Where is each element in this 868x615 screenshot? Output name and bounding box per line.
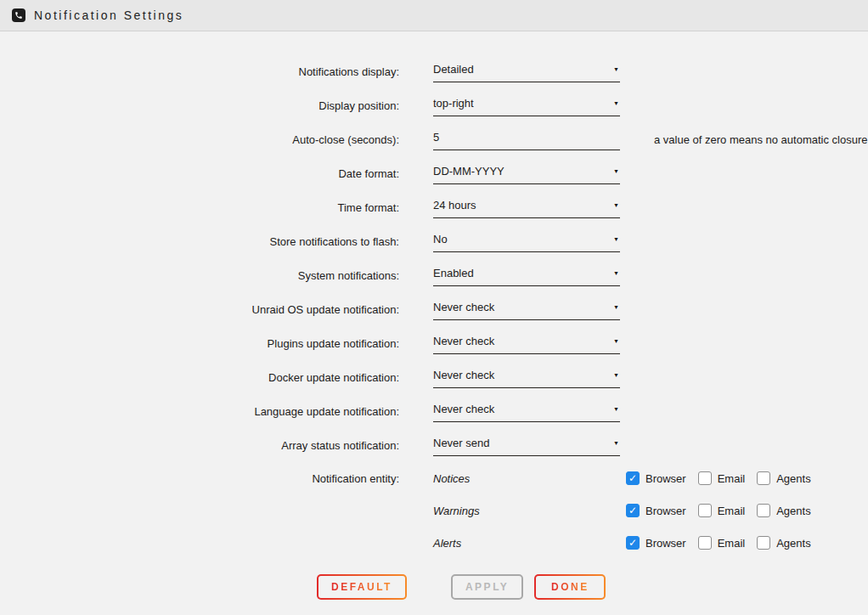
- default-button[interactable]: DEFAULT: [317, 574, 407, 600]
- check-group-warnings-agents[interactable]: Agents: [757, 504, 810, 517]
- check-label-email: Email: [718, 537, 746, 550]
- entity-name-warnings: Warnings: [433, 505, 626, 517]
- store-notifications-to-flash-select[interactable]: No▼: [433, 230, 620, 252]
- checkbox-warnings-browser[interactable]: ✓: [626, 504, 640, 517]
- done-button-label: DONE: [551, 581, 589, 593]
- checkbox-warnings-agents[interactable]: [757, 504, 770, 517]
- form-row-time-format: Time format:24 hours▼: [0, 190, 868, 224]
- check-group-alerts-browser[interactable]: ✓Browser: [626, 536, 686, 550]
- date-format-select[interactable]: DD-MM-YYYY▼: [433, 162, 620, 184]
- checkmark-icon: ✓: [628, 505, 637, 516]
- check-group-alerts-agents[interactable]: Agents: [757, 536, 810, 550]
- language-update-notification-label: Language update notification:: [0, 405, 399, 418]
- apply-button[interactable]: APPLY: [451, 574, 523, 600]
- chevron-down-icon: ▼: [613, 372, 619, 378]
- checkbox-alerts-agents[interactable]: [757, 536, 770, 550]
- entity-content-notices: Notices✓BrowserEmailAgents: [433, 471, 868, 485]
- form-rows: Notifications display:Detailed▼Display p…: [0, 54, 868, 462]
- notifications-display-label: Notifications display:: [0, 65, 399, 78]
- buttons-row: DEFAULTAPPLYDONE: [317, 574, 868, 600]
- apply-button-label: APPLY: [465, 581, 509, 593]
- unraid-os-update-notification-label: Unraid OS update notification:: [0, 303, 399, 316]
- chevron-down-icon: ▼: [613, 270, 619, 276]
- system-notifications-value: Enabled: [433, 267, 608, 279]
- checkbox-notices-email[interactable]: [698, 471, 712, 485]
- page-header: Notification Settings: [0, 0, 868, 31]
- form-row-docker-update-notification: Docker update notification:Never check▼: [0, 360, 868, 394]
- notifications-display-value: Detailed: [433, 63, 608, 76]
- check-group-notices-browser[interactable]: ✓Browser: [626, 471, 686, 485]
- checkbox-alerts-browser[interactable]: ✓: [626, 536, 640, 550]
- auto-close-seconds-control: [433, 128, 620, 150]
- entity-name-notices: Notices: [433, 472, 626, 485]
- display-position-value: top-right: [433, 97, 608, 110]
- system-notifications-select[interactable]: Enabled▼: [433, 264, 620, 286]
- check-group-notices-email[interactable]: Email: [698, 471, 746, 485]
- notifications-display-select[interactable]: Detailed▼: [433, 60, 620, 82]
- auto-close-seconds-hint: a value of zero means no automatic closu…: [654, 133, 868, 146]
- form-row-date-format: Date format:DD-MM-YYYY▼: [0, 156, 868, 190]
- checkbox-warnings-email[interactable]: [698, 504, 712, 517]
- check-group-alerts-email[interactable]: Email: [698, 536, 746, 550]
- page-title: Notification Settings: [34, 8, 183, 22]
- default-button-label: DEFAULT: [331, 581, 392, 593]
- chevron-down-icon: ▼: [613, 66, 619, 72]
- chevron-down-icon: ▼: [613, 236, 619, 242]
- checkbox-notices-browser[interactable]: ✓: [626, 471, 640, 485]
- language-update-notification-select[interactable]: Never check▼: [433, 400, 620, 422]
- auto-close-seconds-label: Auto-close (seconds):: [0, 133, 399, 146]
- unraid-os-update-notification-select[interactable]: Never check▼: [433, 298, 620, 320]
- entity-content-alerts: Alerts✓BrowserEmailAgents: [433, 536, 868, 550]
- chevron-down-icon: ▼: [613, 168, 619, 174]
- form-row-plugins-update-notification: Plugins update notification:Never check▼: [0, 326, 868, 360]
- plugins-update-notification-select[interactable]: Never check▼: [433, 332, 620, 354]
- check-label-agents: Agents: [776, 472, 810, 485]
- check-label-email: Email: [718, 505, 746, 517]
- unraid-os-update-notification-value: Never check: [433, 301, 608, 313]
- date-format-label: Date format:: [0, 167, 399, 180]
- form-row-language-update-notification: Language update notification:Never check…: [0, 394, 868, 428]
- chevron-down-icon: ▼: [613, 338, 619, 344]
- plugins-update-notification-value: Never check: [433, 335, 608, 347]
- checkbox-alerts-email[interactable]: [698, 536, 712, 550]
- check-group-warnings-email[interactable]: Email: [698, 504, 746, 517]
- array-status-notification-select[interactable]: Never send▼: [433, 434, 620, 456]
- entity-row-warnings: Warnings✓BrowserEmailAgents: [0, 494, 868, 527]
- check-group-warnings-browser[interactable]: ✓Browser: [626, 504, 686, 517]
- system-notifications-label: System notifications:: [0, 269, 399, 282]
- store-notifications-to-flash-value: No: [433, 233, 608, 245]
- check-label-agents: Agents: [776, 537, 810, 550]
- check-label-browser: Browser: [645, 472, 686, 485]
- form-row-array-status-notification: Array status notification:Never send▼: [0, 428, 868, 462]
- docker-update-notification-select[interactable]: Never check▼: [433, 366, 620, 388]
- store-notifications-to-flash-label: Store notifications to flash:: [0, 235, 399, 248]
- checkmark-icon: ✓: [628, 473, 637, 483]
- docker-update-notification-label: Docker update notification:: [0, 371, 399, 384]
- chevron-down-icon: ▼: [613, 202, 619, 208]
- time-format-select[interactable]: 24 hours▼: [433, 196, 620, 218]
- date-format-value: DD-MM-YYYY: [433, 165, 608, 178]
- checkmark-icon: ✓: [628, 538, 637, 548]
- notification-entity-label: Notification entity:: [0, 472, 399, 485]
- checkbox-notices-agents[interactable]: [757, 471, 770, 485]
- form-row-system-notifications: System notifications:Enabled▼: [0, 258, 868, 292]
- display-position-label: Display position:: [0, 99, 399, 112]
- entity-row-alerts: Alerts✓BrowserEmailAgents: [0, 527, 868, 559]
- entity-section: Notification entity:Notices✓BrowserEmail…: [0, 462, 868, 559]
- display-position-select[interactable]: top-right▼: [433, 94, 620, 116]
- language-update-notification-value: Never check: [433, 403, 608, 415]
- entity-row-notices: Notification entity:Notices✓BrowserEmail…: [0, 462, 868, 494]
- check-label-email: Email: [718, 472, 746, 485]
- check-group-notices-agents[interactable]: Agents: [757, 471, 810, 485]
- auto-close-seconds-input[interactable]: [433, 128, 620, 150]
- done-button[interactable]: DONE: [534, 574, 606, 600]
- chevron-down-icon: ▼: [613, 100, 619, 106]
- phone-icon: [12, 8, 25, 22]
- entity-content-warnings: Warnings✓BrowserEmailAgents: [433, 504, 868, 517]
- chevron-down-icon: ▼: [613, 304, 619, 310]
- form-row-auto-close-seconds: Auto-close (seconds):a value of zero mea…: [0, 122, 868, 156]
- form-row-store-notifications-to-flash: Store notifications to flash:No▼: [0, 224, 868, 258]
- time-format-label: Time format:: [0, 201, 399, 214]
- chevron-down-icon: ▼: [613, 440, 619, 446]
- array-status-notification-label: Array status notification:: [0, 439, 399, 452]
